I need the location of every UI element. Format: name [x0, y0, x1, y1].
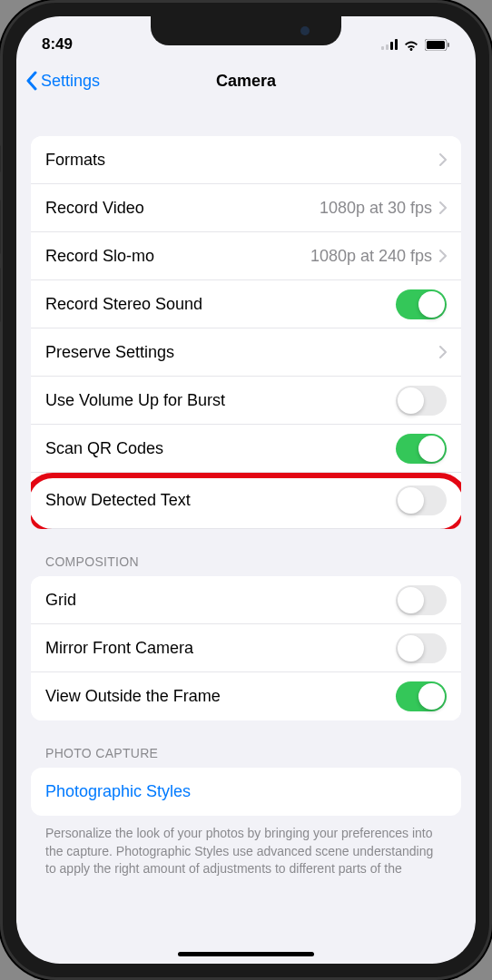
back-button[interactable]: Settings — [25, 71, 100, 91]
row-show-detected-text: Show Detected Text — [31, 473, 461, 529]
svg-rect-2 — [390, 42, 393, 50]
chevron-right-icon — [439, 153, 447, 166]
page-title: Camera — [216, 72, 276, 91]
back-label: Settings — [41, 72, 100, 91]
toggle-show-detected-text[interactable] — [396, 485, 447, 515]
svg-rect-5 — [427, 41, 445, 49]
row-stereo-sound: Record Stereo Sound — [31, 280, 461, 328]
row-photographic-styles[interactable]: Photographic Styles — [31, 768, 461, 816]
group-header-photo-capture: PHOTO CAPTURE — [31, 720, 461, 768]
notch — [151, 16, 341, 45]
row-record-video[interactable]: Record Video 1080p at 30 fps — [31, 184, 461, 232]
screen: 8:49 Settings Camera Formats Recor — [16, 16, 476, 964]
settings-group-composition: Grid Mirror Front Camera View Outside th… — [31, 576, 461, 720]
row-preserve-settings[interactable]: Preserve Settings — [31, 328, 461, 377]
row-volume-burst: Use Volume Up for Burst — [31, 377, 461, 425]
chevron-left-icon — [25, 71, 37, 91]
row-mirror-front: Mirror Front Camera — [31, 624, 461, 672]
group-header-composition: COMPOSITION — [31, 529, 461, 576]
toggle-grid[interactable] — [396, 585, 447, 615]
home-indicator[interactable] — [178, 952, 314, 956]
chevron-right-icon — [439, 250, 447, 262]
toggle-scan-qr[interactable] — [396, 434, 447, 464]
row-record-slomo[interactable]: Record Slo-mo 1080p at 240 fps — [31, 232, 461, 280]
content: Formats Record Video 1080p at 30 fps Rec… — [16, 102, 476, 964]
status-time: 8:49 — [42, 35, 73, 54]
svg-rect-3 — [395, 39, 398, 50]
wifi-icon — [403, 39, 419, 51]
row-formats[interactable]: Formats — [31, 136, 461, 184]
battery-icon — [425, 39, 450, 51]
toggle-mirror-front[interactable] — [396, 633, 447, 663]
cellular-icon — [381, 39, 398, 50]
toggle-view-outside-frame[interactable] — [396, 681, 447, 711]
settings-group-main: Formats Record Video 1080p at 30 fps Rec… — [31, 136, 461, 529]
row-view-outside-frame: View Outside the Frame — [31, 672, 461, 720]
svg-rect-6 — [448, 43, 449, 47]
toggle-stereo-sound[interactable] — [396, 289, 447, 319]
toggle-volume-burst[interactable] — [396, 386, 447, 416]
svg-rect-1 — [386, 44, 389, 50]
settings-group-photo-capture: Photographic Styles — [31, 768, 461, 816]
row-scan-qr: Scan QR Codes — [31, 425, 461, 473]
footer-text: Personalize the look of your photos by b… — [31, 816, 461, 878]
chevron-right-icon — [439, 201, 447, 214]
phone-frame: 8:49 Settings Camera Formats Recor — [0, 0, 492, 980]
chevron-right-icon — [439, 346, 447, 358]
row-grid: Grid — [31, 576, 461, 624]
nav-bar: Settings Camera — [16, 60, 476, 102]
svg-rect-0 — [381, 46, 384, 50]
